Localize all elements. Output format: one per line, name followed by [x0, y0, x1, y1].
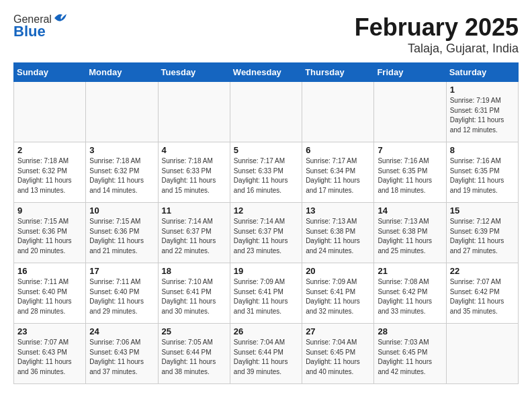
- logo-blue-text: Blue: [13, 23, 46, 40]
- column-header-wednesday: Wednesday: [230, 63, 302, 82]
- calendar-cell: 14Sunrise: 7:13 AM Sunset: 6:38 PM Dayli…: [374, 203, 446, 263]
- calendar-cell: 28Sunrise: 7:03 AM Sunset: 6:45 PM Dayli…: [374, 324, 446, 384]
- day-info: Sunrise: 7:14 AM Sunset: 6:37 PM Dayligh…: [234, 217, 298, 256]
- calendar-cell: 21Sunrise: 7:08 AM Sunset: 6:42 PM Dayli…: [374, 263, 446, 324]
- day-info: Sunrise: 7:11 AM Sunset: 6:40 PM Dayligh…: [89, 277, 154, 316]
- day-info: Sunrise: 7:04 AM Sunset: 6:44 PM Dayligh…: [234, 338, 298, 377]
- calendar-cell: 11Sunrise: 7:14 AM Sunset: 6:37 PM Dayli…: [158, 203, 230, 263]
- calendar-cell: 12Sunrise: 7:14 AM Sunset: 6:37 PM Dayli…: [230, 203, 302, 263]
- calendar-cell: 9Sunrise: 7:15 AM Sunset: 6:36 PM Daylig…: [14, 203, 86, 263]
- calendar-cell: [14, 82, 86, 142]
- day-number: 11: [162, 205, 226, 216]
- calendar-cell: 2Sunrise: 7:18 AM Sunset: 6:32 PM Daylig…: [14, 142, 86, 203]
- day-number: 22: [450, 266, 515, 276]
- day-info: Sunrise: 7:18 AM Sunset: 6:33 PM Dayligh…: [162, 156, 226, 195]
- day-number: 8: [450, 145, 515, 155]
- day-number: 17: [89, 266, 154, 276]
- calendar-cell: 1Sunrise: 7:19 AM Sunset: 6:31 PM Daylig…: [446, 82, 518, 142]
- calendar-cell: 6Sunrise: 7:17 AM Sunset: 6:34 PM Daylig…: [302, 142, 374, 203]
- day-info: Sunrise: 7:14 AM Sunset: 6:37 PM Dayligh…: [162, 217, 226, 256]
- day-info: Sunrise: 7:07 AM Sunset: 6:43 PM Dayligh…: [17, 338, 82, 377]
- calendar-cell: [446, 324, 518, 384]
- day-info: Sunrise: 7:15 AM Sunset: 6:36 PM Dayligh…: [89, 217, 154, 256]
- calendar-week-row: 1Sunrise: 7:19 AM Sunset: 6:31 PM Daylig…: [14, 82, 519, 142]
- day-number: 19: [234, 266, 298, 276]
- calendar-cell: 22Sunrise: 7:07 AM Sunset: 6:42 PM Dayli…: [446, 263, 518, 324]
- day-number: 28: [378, 326, 442, 336]
- day-number: 16: [17, 266, 82, 276]
- calendar-cell: 25Sunrise: 7:05 AM Sunset: 6:44 PM Dayli…: [158, 324, 230, 384]
- day-number: 6: [306, 145, 370, 155]
- calendar-cell: 13Sunrise: 7:13 AM Sunset: 6:38 PM Dayli…: [302, 203, 374, 263]
- calendar-cell: 23Sunrise: 7:07 AM Sunset: 6:43 PM Dayli…: [14, 324, 86, 384]
- column-header-sunday: Sunday: [14, 63, 86, 82]
- calendar-cell: [302, 82, 374, 142]
- calendar-table: SundayMondayTuesdayWednesdayThursdayFrid…: [13, 62, 519, 384]
- calendar-cell: [86, 82, 158, 142]
- day-number: 2: [17, 145, 82, 155]
- day-info: Sunrise: 7:17 AM Sunset: 6:33 PM Dayligh…: [234, 156, 298, 195]
- day-number: 15: [450, 205, 515, 216]
- calendar-cell: [230, 82, 302, 142]
- page-header: General Blue February 2025 Talaja, Gujar…: [13, 13, 519, 56]
- day-info: Sunrise: 7:18 AM Sunset: 6:32 PM Dayligh…: [89, 156, 154, 195]
- day-info: Sunrise: 7:08 AM Sunset: 6:42 PM Dayligh…: [378, 277, 442, 316]
- day-number: 18: [162, 266, 226, 276]
- calendar-cell: 5Sunrise: 7:17 AM Sunset: 6:33 PM Daylig…: [230, 142, 302, 203]
- calendar-cell: 10Sunrise: 7:15 AM Sunset: 6:36 PM Dayli…: [86, 203, 158, 263]
- logo-bird-icon: [53, 11, 68, 25]
- day-info: Sunrise: 7:11 AM Sunset: 6:40 PM Dayligh…: [17, 277, 82, 316]
- calendar-cell: 19Sunrise: 7:09 AM Sunset: 6:41 PM Dayli…: [230, 263, 302, 324]
- day-info: Sunrise: 7:17 AM Sunset: 6:34 PM Dayligh…: [306, 156, 370, 195]
- calendar-cell: 7Sunrise: 7:16 AM Sunset: 6:35 PM Daylig…: [374, 142, 446, 203]
- calendar-week-row: 2Sunrise: 7:18 AM Sunset: 6:32 PM Daylig…: [14, 142, 519, 203]
- day-number: 20: [306, 266, 370, 276]
- day-info: Sunrise: 7:15 AM Sunset: 6:36 PM Dayligh…: [17, 217, 82, 256]
- calendar-cell: [374, 82, 446, 142]
- day-info: Sunrise: 7:16 AM Sunset: 6:35 PM Dayligh…: [450, 156, 515, 195]
- column-header-monday: Monday: [86, 63, 158, 82]
- day-info: Sunrise: 7:13 AM Sunset: 6:38 PM Dayligh…: [378, 217, 442, 256]
- day-info: Sunrise: 7:06 AM Sunset: 6:43 PM Dayligh…: [89, 338, 154, 377]
- day-info: Sunrise: 7:04 AM Sunset: 6:45 PM Dayligh…: [306, 338, 370, 377]
- day-number: 10: [89, 205, 154, 216]
- calendar-header-row: SundayMondayTuesdayWednesdayThursdayFrid…: [14, 63, 519, 82]
- calendar-week-row: 9Sunrise: 7:15 AM Sunset: 6:36 PM Daylig…: [14, 203, 519, 263]
- day-info: Sunrise: 7:19 AM Sunset: 6:31 PM Dayligh…: [450, 96, 515, 135]
- calendar-cell: 26Sunrise: 7:04 AM Sunset: 6:44 PM Dayli…: [230, 324, 302, 384]
- day-number: 24: [89, 326, 154, 336]
- day-number: 1: [450, 85, 515, 95]
- column-header-thursday: Thursday: [302, 63, 374, 82]
- calendar-cell: 20Sunrise: 7:09 AM Sunset: 6:41 PM Dayli…: [302, 263, 374, 324]
- day-info: Sunrise: 7:16 AM Sunset: 6:35 PM Dayligh…: [378, 156, 442, 195]
- calendar-cell: 24Sunrise: 7:06 AM Sunset: 6:43 PM Dayli…: [86, 324, 158, 384]
- calendar-cell: 3Sunrise: 7:18 AM Sunset: 6:32 PM Daylig…: [86, 142, 158, 203]
- day-info: Sunrise: 7:05 AM Sunset: 6:44 PM Dayligh…: [162, 338, 226, 377]
- calendar-week-row: 23Sunrise: 7:07 AM Sunset: 6:43 PM Dayli…: [14, 324, 519, 384]
- day-info: Sunrise: 7:09 AM Sunset: 6:41 PM Dayligh…: [306, 277, 370, 316]
- day-number: 14: [378, 205, 442, 216]
- calendar-week-row: 16Sunrise: 7:11 AM Sunset: 6:40 PM Dayli…: [14, 263, 519, 324]
- calendar-cell: 17Sunrise: 7:11 AM Sunset: 6:40 PM Dayli…: [86, 263, 158, 324]
- calendar-cell: 27Sunrise: 7:04 AM Sunset: 6:45 PM Dayli…: [302, 324, 374, 384]
- location-text: Talaja, Gujarat, India: [355, 42, 519, 56]
- day-info: Sunrise: 7:12 AM Sunset: 6:39 PM Dayligh…: [450, 217, 515, 256]
- day-number: 25: [162, 326, 226, 336]
- day-info: Sunrise: 7:18 AM Sunset: 6:32 PM Dayligh…: [17, 156, 82, 195]
- day-info: Sunrise: 7:07 AM Sunset: 6:42 PM Dayligh…: [450, 277, 515, 316]
- day-info: Sunrise: 7:10 AM Sunset: 6:41 PM Dayligh…: [162, 277, 226, 316]
- title-block: February 2025 Talaja, Gujarat, India: [355, 13, 519, 56]
- day-number: 23: [17, 326, 82, 336]
- calendar-cell: 18Sunrise: 7:10 AM Sunset: 6:41 PM Dayli…: [158, 263, 230, 324]
- calendar-cell: 15Sunrise: 7:12 AM Sunset: 6:39 PM Dayli…: [446, 203, 518, 263]
- column-header-friday: Friday: [374, 63, 446, 82]
- month-title: February 2025: [355, 13, 519, 42]
- day-number: 3: [89, 145, 154, 155]
- calendar-cell: 4Sunrise: 7:18 AM Sunset: 6:33 PM Daylig…: [158, 142, 230, 203]
- day-info: Sunrise: 7:09 AM Sunset: 6:41 PM Dayligh…: [234, 277, 298, 316]
- column-header-tuesday: Tuesday: [158, 63, 230, 82]
- day-number: 4: [162, 145, 226, 155]
- day-info: Sunrise: 7:03 AM Sunset: 6:45 PM Dayligh…: [378, 338, 442, 377]
- day-number: 21: [378, 266, 442, 276]
- day-info: Sunrise: 7:13 AM Sunset: 6:38 PM Dayligh…: [306, 217, 370, 256]
